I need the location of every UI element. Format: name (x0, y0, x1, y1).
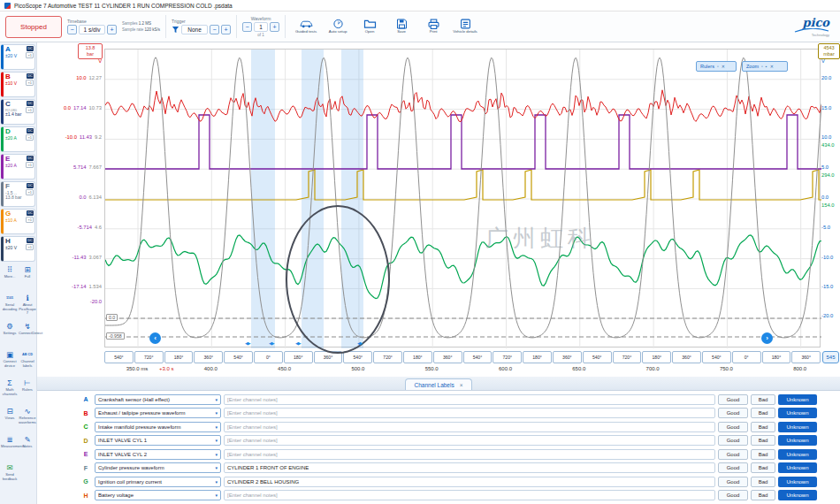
channel-button-F[interactable]: F-1.5 .. 13.8 barDC×1 (1, 181, 35, 207)
next-waveform-arrow[interactable]: › (761, 332, 773, 344)
tool-rulers[interactable]: ⊢Rulers (19, 377, 36, 405)
open-button[interactable]: Open (355, 19, 385, 34)
save-button[interactable]: Save (386, 19, 416, 34)
channel-name-dropdown[interactable]: INLET VALVE CYL 2▾ (95, 449, 221, 460)
tool-settings[interactable]: ⚙Settings (1, 320, 19, 348)
channel-notes-input[interactable]: [Enter channel notes] (224, 490, 715, 500)
bad-button[interactable]: Bad (751, 408, 775, 418)
close-icon[interactable]: × (460, 382, 463, 388)
tab-channel-labels[interactable]: Channel Labels × (405, 378, 473, 390)
tool-about-picoscope-7[interactable]: ℹAbout PicoScope 7 (19, 292, 36, 320)
bad-button[interactable]: Bad (751, 449, 775, 460)
waveform-next-button[interactable]: + (270, 22, 279, 32)
bad-button[interactable]: Bad (751, 477, 775, 487)
good-button[interactable]: Good (718, 477, 748, 487)
print-button[interactable]: Print (418, 19, 448, 34)
zoom-region-handle[interactable]: ◀▶ (269, 340, 274, 346)
tool-measurements[interactable]: ≣Measurements (1, 433, 19, 462)
good-button[interactable]: Good (718, 449, 748, 460)
channel-notes-input[interactable]: [Enter channel notes] (224, 394, 715, 405)
unknown-button[interactable]: Unknown (778, 435, 817, 446)
signal-ruler-label[interactable]: 0.0 (106, 314, 118, 321)
guided-tests-button[interactable]: Guided tests (291, 19, 321, 34)
unknown-button[interactable]: Unknown (778, 394, 817, 405)
previous-waveform-arrow[interactable]: ‹ (149, 332, 161, 344)
waveform-previous-button[interactable]: − (242, 22, 252, 32)
tool-connectdetect[interactable]: ↯ConnectDetect (19, 320, 36, 348)
channel-button-G[interactable]: G±10 ADC×1 (1, 209, 35, 234)
unknown-button[interactable]: Unknown (778, 422, 817, 432)
channel-name-dropdown[interactable]: Exhaust / tailpipe pressure waveform▾ (95, 408, 221, 418)
open-icon (363, 19, 377, 29)
channel-name-dropdown[interactable]: Battery voltage▾ (95, 490, 221, 500)
bad-button[interactable]: Bad (751, 394, 775, 405)
tool-views[interactable]: ⊟Views (1, 405, 19, 433)
tool-more[interactable]: ⠿More... (1, 263, 19, 292)
channel-notes-input[interactable]: [Enter channel notes] (224, 449, 715, 460)
degree-marker: 540° (583, 351, 612, 363)
tool-connect-device[interactable]: ▣Connect device (1, 348, 19, 377)
sample-rate-label: Sample rate (122, 27, 143, 32)
good-button[interactable]: Good (718, 408, 748, 418)
tool-channel-labels[interactable]: AB CDChannel labels (19, 348, 36, 377)
trigger-increase-button[interactable]: + (221, 25, 231, 34)
scope-plot[interactable]: 广州虹科 Rulers▫✕ Zoom▫▪✕ ‹ › 0.0-0.958 ◀▶◀▶… (104, 49, 821, 347)
bad-button[interactable]: Bad (751, 435, 775, 446)
stop-button[interactable]: Stopped (5, 16, 62, 38)
unknown-button[interactable]: Unknown (778, 449, 817, 460)
rulers-overlay-button[interactable]: Rulers▫✕ (696, 61, 737, 72)
zoom-region-handle[interactable]: ◀▶ (295, 340, 301, 346)
unknown-button[interactable]: Unknown (778, 408, 817, 418)
timebase-decrease-button[interactable]: − (67, 25, 77, 34)
channel-name-dropdown[interactable]: INLET VALVE CYL 1▾ (95, 435, 221, 446)
tool-label: Notes (19, 445, 36, 449)
zoom-region-handle[interactable]: ◀▶ (245, 340, 250, 346)
timebase-value[interactable]: 1 s/div (79, 25, 105, 34)
unknown-button[interactable]: Unknown (778, 477, 817, 487)
unknown-button[interactable]: Unknown (778, 490, 817, 500)
bad-button[interactable]: Bad (751, 490, 775, 500)
trigger-decrease-button[interactable]: − (210, 25, 219, 34)
zoom-overlay-button[interactable]: Zoom▫▪✕ (742, 61, 788, 72)
tool-notes[interactable]: ✎Notes (19, 433, 36, 462)
bad-button[interactable]: Bad (751, 462, 775, 473)
unknown-button[interactable]: Unknown (778, 462, 817, 473)
tool-serial-decoding[interactable]: 1101Serial decoding (1, 292, 19, 320)
channel-notes-input[interactable]: CYLINDER 2 BELL HOUSING (224, 477, 715, 487)
good-button[interactable]: Good (718, 462, 748, 473)
channel-button-H[interactable]: H±20 VDC×1 (1, 236, 35, 262)
bad-button[interactable]: Bad (751, 422, 775, 432)
tool-math-channels[interactable]: ΣMath channels (1, 377, 19, 405)
channel-name-dropdown[interactable]: Cylinder pressure waveform▾ (95, 462, 221, 473)
good-button[interactable]: Good (718, 394, 748, 405)
channel-button-B[interactable]: B±10 VDC×1 (1, 72, 35, 97)
channel-name-dropdown[interactable]: Crankshaft sensor (Hall effect)▾ (95, 394, 221, 405)
tool-reference-waveforms[interactable]: ∿Reference waveforms (19, 405, 36, 433)
auto-setup-button[interactable]: Auto setup (323, 19, 353, 34)
vehicle-details-button[interactable]: Vehicle details (450, 19, 480, 34)
toolbar-button-label: Print (430, 30, 438, 34)
signal-ruler-label[interactable]: -0.958 (106, 332, 125, 340)
annotation-ellipse[interactable] (286, 205, 390, 354)
zoom-region-handle[interactable]: ◀▶ (357, 340, 363, 346)
good-button[interactable]: Good (718, 435, 748, 446)
channel-notes-input[interactable]: [Enter channel notes] (224, 422, 715, 432)
channel-name-dropdown[interactable]: Ignition coil primary current▾ (95, 477, 221, 487)
channel-notes-input[interactable]: [Enter channel notes] (224, 435, 715, 446)
good-button[interactable]: Good (718, 490, 748, 500)
timebase-increase-button[interactable]: + (107, 25, 117, 34)
channel-notes-input[interactable]: [Enter channel notes] (224, 408, 715, 418)
channel-button-E[interactable]: E±20 ADC×1 (1, 154, 35, 179)
channel-button-D[interactable]: D±20 ADC×1 (1, 126, 35, 152)
print-icon (427, 19, 440, 29)
tool-full[interactable]: ⊞Full (19, 263, 36, 292)
close-icon[interactable]: ✕ (722, 64, 725, 69)
channel-button-A[interactable]: A±20 VDC×1 (1, 44, 35, 70)
channel-button-C[interactable]: CR2.080±1.4 barDC×1 (1, 99, 35, 125)
channel-name-dropdown[interactable]: Intake manifold pressure waveform▾ (95, 422, 221, 432)
tool-send-feedback[interactable]: ✉Send feedback (1, 462, 19, 490)
channel-notes-input[interactable]: CYLINDER 1 FRONT OF ENGINE (224, 462, 715, 473)
trigger-mode-dropdown[interactable]: None (181, 25, 208, 34)
good-button[interactable]: Good (718, 422, 748, 432)
close-icon[interactable]: ✕ (770, 64, 774, 69)
